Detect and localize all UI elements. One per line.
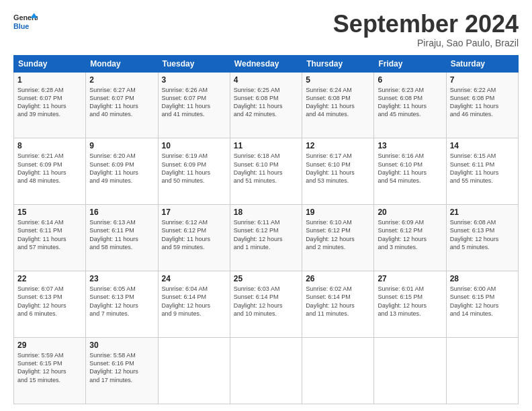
day-cell: 28Sunrise: 6:00 AM Sunset: 6:15 PM Dayli… <box>446 271 518 338</box>
day-number: 25 <box>234 274 298 283</box>
cell-text: Sunrise: 5:58 AM Sunset: 6:16 PM Dayligh… <box>89 351 154 384</box>
day-cell: 12Sunrise: 6:17 AM Sunset: 6:10 PM Dayli… <box>302 138 374 205</box>
cell-text: Sunrise: 6:09 AM Sunset: 6:12 PM Dayligh… <box>378 218 442 251</box>
logo-icon: General Blue <box>13 11 38 35</box>
title-block: September 2024 Piraju, Sao Paulo, Brazil <box>333 11 519 48</box>
day-cell: 27Sunrise: 6:01 AM Sunset: 6:15 PM Dayli… <box>374 271 446 338</box>
day-cell: 4Sunrise: 6:25 AM Sunset: 6:08 PM Daylig… <box>230 72 302 138</box>
cell-text: Sunrise: 6:15 AM Sunset: 6:11 PM Dayligh… <box>450 152 515 185</box>
day-cell: 24Sunrise: 6:04 AM Sunset: 6:14 PM Dayli… <box>158 271 230 338</box>
page: General Blue September 2024 Piraju, Sao … <box>0 0 532 411</box>
day-header-wednesday: Wednesday <box>230 55 302 72</box>
day-number: 10 <box>162 141 226 150</box>
day-header-thursday: Thursday <box>302 55 374 72</box>
day-cell: 1Sunrise: 6:28 AM Sunset: 6:07 PM Daylig… <box>14 72 86 138</box>
day-cell: 14Sunrise: 6:15 AM Sunset: 6:11 PM Dayli… <box>446 138 518 205</box>
day-number: 6 <box>378 75 442 85</box>
day-number: 19 <box>306 208 370 217</box>
day-cell: 30Sunrise: 5:58 AM Sunset: 6:16 PM Dayli… <box>86 338 158 404</box>
day-cell: 13Sunrise: 6:16 AM Sunset: 6:10 PM Dayli… <box>374 138 446 205</box>
week-row-1: 1Sunrise: 6:28 AM Sunset: 6:07 PM Daylig… <box>14 72 519 138</box>
day-cell: 15Sunrise: 6:14 AM Sunset: 6:11 PM Dayli… <box>14 205 86 271</box>
cell-text: Sunrise: 6:07 AM Sunset: 6:13 PM Dayligh… <box>17 285 82 318</box>
day-cell <box>302 338 374 404</box>
calendar-table: SundayMondayTuesdayWednesdayThursdayFrid… <box>13 55 519 404</box>
cell-text: Sunrise: 6:00 AM Sunset: 6:15 PM Dayligh… <box>450 285 515 318</box>
day-cell: 2Sunrise: 6:27 AM Sunset: 6:07 PM Daylig… <box>86 72 158 138</box>
cell-text: Sunrise: 6:24 AM Sunset: 6:08 PM Dayligh… <box>306 86 370 119</box>
cell-text: Sunrise: 6:22 AM Sunset: 6:08 PM Dayligh… <box>450 86 515 119</box>
cell-text: Sunrise: 6:28 AM Sunset: 6:07 PM Dayligh… <box>17 86 82 119</box>
day-header-tuesday: Tuesday <box>158 55 230 72</box>
day-cell <box>230 338 302 404</box>
day-cell: 23Sunrise: 6:05 AM Sunset: 6:13 PM Dayli… <box>86 271 158 338</box>
week-row-5: 29Sunrise: 5:59 AM Sunset: 6:15 PM Dayli… <box>14 338 519 404</box>
day-number: 14 <box>450 141 515 150</box>
day-cell: 21Sunrise: 6:08 AM Sunset: 6:13 PM Dayli… <box>446 205 518 271</box>
cell-text: Sunrise: 6:20 AM Sunset: 6:09 PM Dayligh… <box>89 152 154 185</box>
day-cell: 26Sunrise: 6:02 AM Sunset: 6:14 PM Dayli… <box>302 271 374 338</box>
cell-text: Sunrise: 6:01 AM Sunset: 6:15 PM Dayligh… <box>378 285 442 318</box>
day-number: 9 <box>89 141 154 150</box>
day-number: 16 <box>89 208 154 217</box>
day-cell: 5Sunrise: 6:24 AM Sunset: 6:08 PM Daylig… <box>302 72 374 138</box>
cell-text: Sunrise: 6:18 AM Sunset: 6:10 PM Dayligh… <box>234 152 298 185</box>
day-number: 15 <box>17 208 82 217</box>
day-cell: 6Sunrise: 6:23 AM Sunset: 6:08 PM Daylig… <box>374 72 446 138</box>
day-number: 13 <box>378 141 442 150</box>
day-cell <box>374 338 446 404</box>
cell-text: Sunrise: 5:59 AM Sunset: 6:15 PM Dayligh… <box>17 351 82 384</box>
day-number: 30 <box>89 340 154 350</box>
days-header-row: SundayMondayTuesdayWednesdayThursdayFrid… <box>14 55 519 72</box>
day-cell: 25Sunrise: 6:03 AM Sunset: 6:14 PM Dayli… <box>230 271 302 338</box>
svg-text:Blue: Blue <box>13 22 29 30</box>
day-number: 3 <box>162 75 226 85</box>
calendar-body: 1Sunrise: 6:28 AM Sunset: 6:07 PM Daylig… <box>14 72 519 404</box>
cell-text: Sunrise: 6:25 AM Sunset: 6:08 PM Dayligh… <box>234 86 298 119</box>
cell-text: Sunrise: 6:08 AM Sunset: 6:13 PM Dayligh… <box>450 218 515 251</box>
cell-text: Sunrise: 6:14 AM Sunset: 6:11 PM Dayligh… <box>17 218 82 251</box>
day-header-sunday: Sunday <box>14 55 86 72</box>
day-number: 8 <box>17 141 82 150</box>
location-subtitle: Piraju, Sao Paulo, Brazil <box>333 38 519 48</box>
cell-text: Sunrise: 6:16 AM Sunset: 6:10 PM Dayligh… <box>378 152 442 185</box>
header: General Blue September 2024 Piraju, Sao … <box>13 11 519 48</box>
day-cell: 20Sunrise: 6:09 AM Sunset: 6:12 PM Dayli… <box>374 205 446 271</box>
day-number: 5 <box>306 75 370 85</box>
day-cell: 10Sunrise: 6:19 AM Sunset: 6:09 PM Dayli… <box>158 138 230 205</box>
day-number: 20 <box>378 208 442 217</box>
day-header-monday: Monday <box>86 55 158 72</box>
month-title: September 2024 <box>333 11 519 38</box>
cell-text: Sunrise: 6:05 AM Sunset: 6:13 PM Dayligh… <box>89 285 154 318</box>
week-row-4: 22Sunrise: 6:07 AM Sunset: 6:13 PM Dayli… <box>14 271 519 338</box>
day-number: 7 <box>450 75 515 85</box>
week-row-3: 15Sunrise: 6:14 AM Sunset: 6:11 PM Dayli… <box>14 205 519 271</box>
cell-text: Sunrise: 6:27 AM Sunset: 6:07 PM Dayligh… <box>89 86 154 119</box>
cell-text: Sunrise: 6:23 AM Sunset: 6:08 PM Dayligh… <box>378 86 442 119</box>
day-number: 2 <box>89 75 154 85</box>
cell-text: Sunrise: 6:17 AM Sunset: 6:10 PM Dayligh… <box>306 152 370 185</box>
cell-text: Sunrise: 6:26 AM Sunset: 6:07 PM Dayligh… <box>162 86 226 119</box>
day-number: 17 <box>162 208 226 217</box>
day-number: 26 <box>306 274 370 283</box>
cell-text: Sunrise: 6:19 AM Sunset: 6:09 PM Dayligh… <box>162 152 226 185</box>
day-cell: 19Sunrise: 6:10 AM Sunset: 6:12 PM Dayli… <box>302 205 374 271</box>
day-cell: 8Sunrise: 6:21 AM Sunset: 6:09 PM Daylig… <box>14 138 86 205</box>
day-cell: 16Sunrise: 6:13 AM Sunset: 6:11 PM Dayli… <box>86 205 158 271</box>
day-number: 18 <box>234 208 298 217</box>
day-number: 28 <box>450 274 515 283</box>
day-number: 1 <box>17 75 82 85</box>
day-number: 11 <box>234 141 298 150</box>
day-cell: 17Sunrise: 6:12 AM Sunset: 6:12 PM Dayli… <box>158 205 230 271</box>
cell-text: Sunrise: 6:03 AM Sunset: 6:14 PM Dayligh… <box>234 285 298 318</box>
day-number: 21 <box>450 208 515 217</box>
week-row-2: 8Sunrise: 6:21 AM Sunset: 6:09 PM Daylig… <box>14 138 519 205</box>
cell-text: Sunrise: 6:21 AM Sunset: 6:09 PM Dayligh… <box>17 152 82 185</box>
day-cell <box>158 338 230 404</box>
day-header-saturday: Saturday <box>446 55 518 72</box>
day-number: 27 <box>378 274 442 283</box>
day-header-friday: Friday <box>374 55 446 72</box>
day-cell: 7Sunrise: 6:22 AM Sunset: 6:08 PM Daylig… <box>446 72 518 138</box>
cell-text: Sunrise: 6:13 AM Sunset: 6:11 PM Dayligh… <box>89 218 154 251</box>
day-number: 22 <box>17 274 82 283</box>
